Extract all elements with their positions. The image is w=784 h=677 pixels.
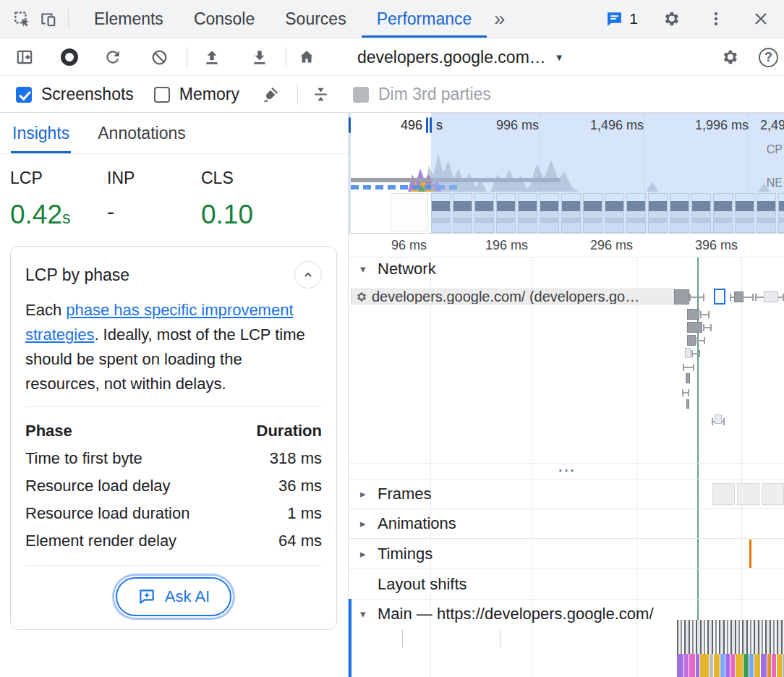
flame-segment[interactable]	[700, 654, 709, 677]
flame-segment[interactable]	[730, 654, 735, 677]
history-dropdown[interactable]: developers.google.com… ▼	[357, 48, 564, 67]
toggle-sidebar-button[interactable]	[12, 44, 38, 70]
collect-garbage-button[interactable]	[258, 82, 284, 108]
window-left-handle[interactable]	[349, 117, 351, 133]
more-options-button[interactable]	[703, 6, 729, 32]
chevron-expanded-icon[interactable]: ▾	[360, 263, 371, 276]
window-right-handle[interactable]	[426, 117, 428, 133]
close-devtools-button[interactable]	[748, 6, 774, 32]
memory-checkbox[interactable]	[154, 87, 170, 103]
flame-segment[interactable]	[689, 654, 695, 677]
dim-third-parties-checkbox[interactable]	[353, 87, 369, 103]
screenshot-thumbnail[interactable]	[735, 193, 754, 233]
network-request-bar[interactable]	[682, 389, 689, 396]
help-button[interactable]: ?	[759, 48, 778, 67]
flame-segment[interactable]	[767, 654, 771, 677]
screenshots-checkbox[interactable]	[16, 87, 32, 103]
tab-annotations[interactable]: Annotations	[96, 113, 187, 153]
screenshot-thumbnail[interactable]	[561, 193, 581, 233]
screenshot-thumbnail[interactable]	[431, 193, 451, 233]
screenshot-thumbnail[interactable]	[391, 193, 428, 231]
screenshot-thumbnail[interactable]	[474, 193, 494, 233]
home-button[interactable]	[294, 44, 320, 70]
clear-recording-button[interactable]	[146, 44, 172, 70]
track-network-header[interactable]: ▾ Network	[360, 260, 436, 278]
settings-button[interactable]	[658, 6, 684, 32]
dim-third-parties-toggle[interactable]: Dim 3rd parties	[353, 85, 491, 104]
network-request-bar[interactable]	[674, 289, 689, 305]
screenshot-thumbnail[interactable]	[648, 193, 668, 233]
flame-segment[interactable]	[749, 654, 754, 677]
track-timings[interactable]: ▸ Timings	[349, 538, 784, 569]
track-animations[interactable]: ▸ Animations	[349, 508, 784, 538]
network-request-bar[interactable]	[696, 337, 705, 344]
tab-insights[interactable]: Insights	[11, 113, 71, 153]
network-request-bar[interactable]	[687, 335, 696, 346]
network-request-bar[interactable]	[687, 322, 702, 333]
metric-cls[interactable]: CLS 0.10	[201, 169, 253, 245]
flame-segment[interactable]	[720, 654, 725, 677]
capture-settings-button[interactable]	[717, 44, 743, 70]
device-toolbar-button[interactable]	[35, 6, 61, 32]
network-request-bar[interactable]	[734, 291, 743, 302]
network-request-bar[interactable]	[683, 364, 694, 371]
metric-inp[interactable]: INP -	[107, 169, 201, 245]
memory-toggle[interactable]: Memory	[154, 85, 239, 104]
tab-elements[interactable]: Elements	[79, 0, 179, 38]
flame-segment[interactable]	[777, 654, 783, 677]
chevron-expanded-icon[interactable]: ▾	[360, 608, 371, 621]
tab-performance[interactable]: Performance	[362, 0, 487, 38]
flame-segment[interactable]	[743, 654, 749, 677]
more-tabs-button[interactable]: »	[487, 8, 512, 30]
screenshot-thumbnail[interactable]	[496, 193, 516, 233]
network-request-bar[interactable]	[714, 289, 725, 305]
screenshot-thumbnail[interactable]	[583, 193, 602, 233]
inspect-element-button[interactable]	[9, 6, 35, 32]
save-profile-button[interactable]	[247, 44, 273, 70]
network-request-bar[interactable]	[764, 291, 778, 302]
collapse-card-button[interactable]	[294, 261, 322, 289]
screenshot-thumbnail[interactable]	[605, 193, 624, 233]
screenshot-thumbnail[interactable]	[453, 193, 472, 233]
network-request-bar[interactable]	[687, 309, 699, 320]
screenshots-toggle[interactable]: Screenshots	[16, 85, 134, 104]
flame-segment[interactable]	[772, 654, 776, 677]
flame-segment[interactable]	[710, 654, 713, 677]
tab-sources[interactable]: Sources	[270, 0, 361, 38]
screenshot-thumbnail[interactable]	[691, 193, 711, 233]
flame-segment[interactable]	[736, 654, 743, 677]
frame-thumbnail[interactable]	[712, 483, 735, 505]
network-resize-handle[interactable]: …	[349, 463, 784, 479]
tab-console[interactable]: Console	[179, 0, 270, 38]
chevron-collapsed-icon[interactable]: ▸	[360, 548, 371, 561]
flame-segment[interactable]	[684, 654, 689, 677]
network-request-bar[interactable]	[689, 294, 704, 301]
flame-segment[interactable]	[761, 654, 767, 677]
network-request-main[interactable]: developers.google.com/ (developers.go…	[351, 289, 676, 305]
network-request-bar[interactable]	[700, 311, 710, 318]
record-and-reload-button[interactable]	[100, 44, 126, 70]
screenshot-thumbnail[interactable]	[778, 193, 784, 233]
screenshot-thumbnail[interactable]	[757, 193, 776, 233]
screenshot-thumbnail[interactable]	[540, 193, 559, 233]
screenshot-thumbnail[interactable]	[713, 193, 733, 233]
network-request-bar[interactable]	[685, 348, 691, 358]
frame-thumbnail[interactable]	[737, 483, 759, 505]
flame-segment[interactable]	[725, 654, 730, 677]
window-right-handle[interactable]	[430, 117, 432, 133]
screenshot-thumbnail[interactable]	[518, 193, 537, 233]
flame-segment[interactable]	[754, 654, 760, 677]
screenshot-thumbnail[interactable]	[670, 193, 689, 233]
network-request-bar[interactable]	[691, 350, 700, 357]
network-request-bar[interactable]	[703, 324, 712, 331]
chevron-collapsed-icon[interactable]: ▸	[360, 517, 371, 530]
collapse-tracks-button[interactable]	[308, 82, 334, 108]
metric-lcp[interactable]: LCP 0.42s	[10, 169, 107, 245]
load-profile-button[interactable]	[199, 44, 225, 70]
flame-segment[interactable]	[696, 654, 699, 677]
track-main[interactable]: ▾ Main — https://developers.google.com/	[349, 599, 784, 629]
chevron-collapsed-icon[interactable]: ▸	[360, 487, 371, 501]
flame-segment[interactable]	[714, 654, 720, 677]
overview-strip[interactable]: 496 s CP NE 996 ms1,496 ms1,996 ms2,49	[349, 113, 784, 234]
track-layout-shifts[interactable]: Layout shifts	[349, 569, 784, 599]
